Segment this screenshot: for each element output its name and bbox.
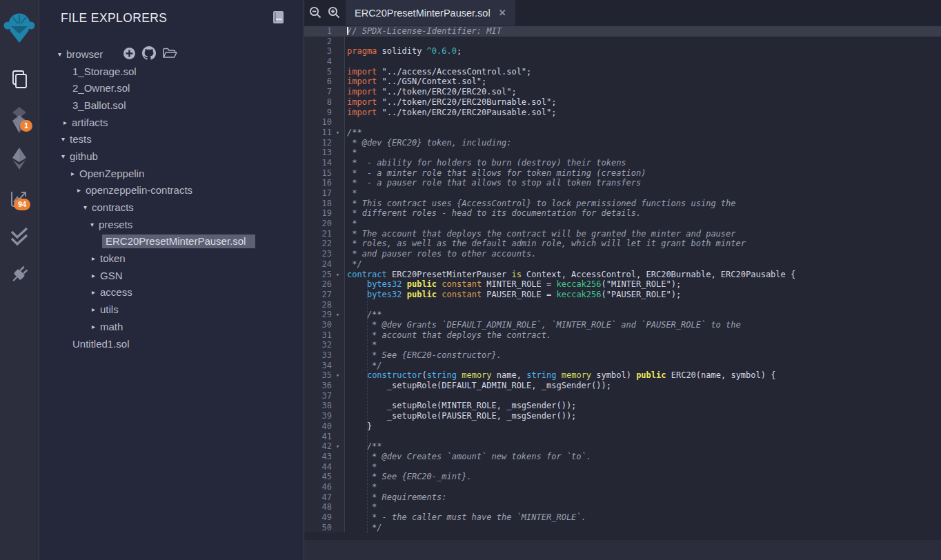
code-line-33[interactable]: 33 * See {ERC20-constructor}. [304,350,941,361]
code-line-32[interactable]: 32 * [304,340,941,350]
twisty-open-icon[interactable]: ▾ [58,50,66,58]
twisty-closed-icon[interactable]: ▸ [77,186,86,194]
code-area[interactable]: 1// SPDX-License-Identifier: MIT23pragma… [304,26,941,540]
tree-item-math[interactable]: ▸math [40,318,304,335]
code-line-23[interactable]: 23 * and pauser roles to other accounts. [304,249,941,259]
tree-item-ERC20PresetMinterPauser.sol[interactable]: ERC20PresetMinterPauser.sol [40,233,304,250]
code-line-22[interactable]: 22 * roles, as well as the default admin… [304,239,941,249]
code-line-44[interactable]: 44 * [304,462,941,472]
code-line-17[interactable]: 17 * [304,188,941,199]
code-line-16[interactable]: 16 * - a pauser role that allows to stop… [304,178,941,188]
workspaces-book-icon[interactable] [273,10,285,27]
tree-item-3_Ballot.sol[interactable]: 3_Ballot.sol [40,97,304,114]
code-line-4[interactable]: 4 [304,57,941,67]
fold-icon[interactable]: ▾ [332,310,344,320]
fold-icon[interactable]: ▾ [332,128,344,138]
code-line-40[interactable]: 40 } [304,421,941,432]
twisty-open-icon[interactable]: ▾ [90,221,99,228]
code-line-49[interactable]: 49 * - the caller must have the `MINTER_… [304,512,941,523]
code-line-5[interactable]: 5import "../access/AccessControl.sol"; [304,67,941,77]
code-line-13[interactable]: 13 * [304,148,941,158]
code-line-47[interactable]: 47 * Requirements: [304,492,941,503]
tree-item-presets[interactable]: ▾presets [40,216,304,233]
file-explorer-icon[interactable] [0,68,39,90]
code-line-27[interactable]: 27 bytes32 public constant PAUSER_ROLE =… [304,290,941,300]
tree-item-tests[interactable]: ▾tests [40,130,304,148]
code-line-48[interactable]: 48 * [304,502,941,512]
code-line-43[interactable]: 43 * @dev Creates `amount` new tokens fo… [304,452,941,462]
code-line-18[interactable]: 18 * This contract uses {AccessControl} … [304,199,941,209]
twisty-closed-icon[interactable]: ▸ [92,306,100,313]
code-line-37[interactable]: 37 [304,391,941,401]
code-line-20[interactable]: 20 * [304,219,941,229]
code-line-15[interactable]: 15 * - a minter role that allows for tok… [304,168,941,179]
tree-item-browser[interactable]: ▾browser [40,46,304,63]
code-line-29[interactable]: 29▾ /** [304,310,941,320]
remix-logo[interactable] [0,11,39,44]
code-line-6[interactable]: 6import "../GSN/Context.sol"; [304,77,941,87]
code-line-11[interactable]: 11▾/** [304,128,941,138]
fold-icon[interactable]: ▾ [332,441,344,452]
tab-active[interactable]: ERC20PresetMinterPauser.sol ✕ [346,0,515,26]
tree-item-utils[interactable]: ▸utils [40,301,304,318]
fold-icon[interactable]: ▾ [332,370,344,381]
code-line-24[interactable]: 24 */ [304,259,941,270]
twisty-closed-icon[interactable]: ▸ [92,272,100,279]
code-line-34[interactable]: 34 */ [304,361,941,371]
zoom-in-icon[interactable] [328,6,341,19]
code-line-38[interactable]: 38 _setupRole(MINTER_ROLE, _msgSender())… [304,401,941,411]
twisty-closed-icon[interactable]: ▸ [71,170,79,177]
tree-item-artifacts[interactable]: ▸artifacts [40,114,304,131]
code-line-31[interactable]: 31 * account that deploys the contract. [304,330,941,341]
code-line-3[interactable]: 3pragma solidity ^0.6.0; [304,46,941,57]
tree-item-OpenZeppelin[interactable]: ▸OpenZeppelin [40,165,304,182]
tree-item-2_Owner.sol[interactable]: 2_Owner.sol [40,79,304,97]
fold-spacer [332,411,344,421]
code-line-25[interactable]: 25▾contract ERC20PresetMinterPauser is C… [304,270,941,280]
zoom-out-icon[interactable] [309,6,322,19]
solidity-compiler-icon[interactable] [0,104,39,136]
twisty-closed-icon[interactable]: ▸ [92,288,100,296]
code-line-19[interactable]: 19 * different roles - head to its docum… [304,208,941,219]
code-line-36[interactable]: 36 _setupRole(DEFAULT_ADMIN_ROLE, _msgSe… [304,381,941,391]
tree-item-github[interactable]: ▾github [40,148,304,165]
code-line-26[interactable]: 26 bytes32 public constant MINTER_ROLE =… [304,279,941,290]
fold-icon[interactable]: ▾ [332,270,344,280]
code-line-21[interactable]: 21 * The account that deploys the contra… [304,229,941,239]
deploy-run-icon[interactable] [0,146,39,171]
tree-item-contracts[interactable]: ▾contracts [40,199,304,216]
tree-item-Untitled1.sol[interactable]: Untitled1.sol [40,335,304,352]
tree-item-token[interactable]: ▸token [40,250,304,267]
code-line-28[interactable]: 28 [304,300,941,310]
tree-item-GSN[interactable]: ▸GSN [40,267,304,284]
code-line-50[interactable]: 50 */ [304,523,941,533]
tree-item-1_Storage.sol[interactable]: 1_Storage.sol [40,63,304,80]
code-line-10[interactable]: 10 [304,117,941,128]
twisty-open-icon[interactable]: ▾ [61,152,70,160]
code-line-46[interactable]: 46 * [304,482,941,492]
code-line-7[interactable]: 7import "../token/ERC20/ERC20.sol"; [304,87,941,97]
code-line-41[interactable]: 41 [304,432,941,442]
unit-testing-icon[interactable] [0,226,39,250]
terminal-edge[interactable] [304,540,941,560]
code-line-30[interactable]: 30 * @dev Grants `DEFAULT_ADMIN_ROLE`, `… [304,320,941,330]
code-line-45[interactable]: 45 * See {ERC20-_mint}. [304,472,941,482]
twisty-open-icon[interactable]: ▾ [61,135,70,143]
twisty-closed-icon[interactable]: ▸ [92,323,100,330]
plugin-manager-icon[interactable] [0,262,39,290]
code-line-8[interactable]: 8import "../token/ERC20/ERC20Burnable.so… [304,97,941,108]
code-line-14[interactable]: 14 * - ability for holders to burn (dest… [304,158,941,168]
twisty-open-icon[interactable]: ▾ [83,203,92,211]
code-line-12[interactable]: 12 * @dev {ERC20} token, including: [304,138,941,148]
tab-close-icon[interactable]: ✕ [499,8,506,18]
code-line-2[interactable]: 2 [304,37,941,47]
code-line-39[interactable]: 39 _setupRole(PAUSER_ROLE, _msgSender())… [304,411,941,421]
code-line-1[interactable]: 1// SPDX-License-Identifier: MIT [304,26,941,37]
tree-item-access[interactable]: ▸access [40,284,304,301]
twisty-closed-icon[interactable]: ▸ [92,254,100,262]
tree-item-openzeppelin-contracts[interactable]: ▸openzeppelin-contracts [40,182,304,199]
code-line-42[interactable]: 42▾ /** [304,441,941,452]
code-line-35[interactable]: 35▾ constructor(string memory name, stri… [304,370,941,381]
twisty-closed-icon[interactable]: ▸ [63,119,72,126]
code-line-9[interactable]: 9import "../token/ERC20/ERC20Pausable.so… [304,108,941,118]
